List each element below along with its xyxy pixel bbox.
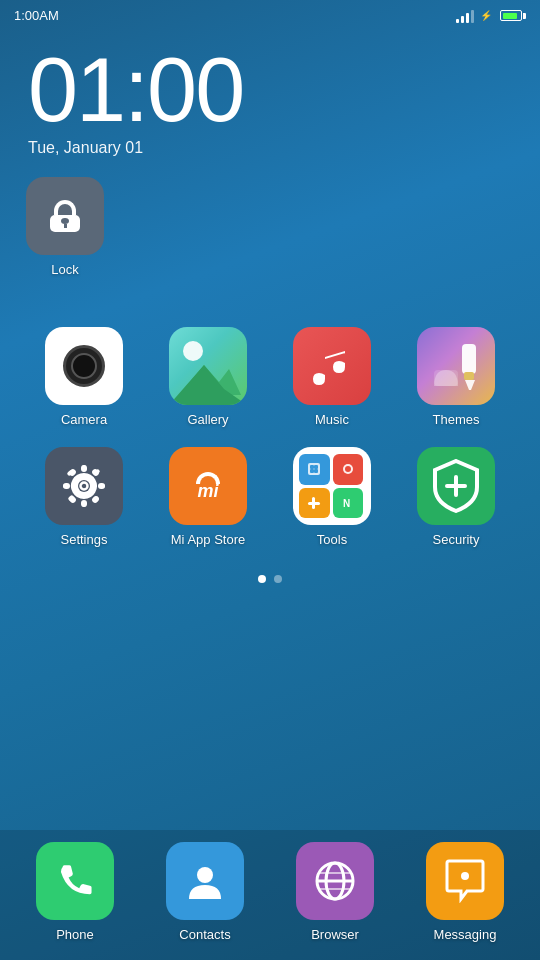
gallery-svg [169, 327, 247, 405]
app-icon-music [293, 327, 371, 405]
app-icon-gallery [169, 327, 247, 405]
svg-rect-24 [68, 495, 77, 504]
dock-icon-contacts [166, 842, 244, 920]
app-item-tools[interactable]: N Tools [270, 437, 394, 557]
svg-rect-30 [310, 465, 314, 469]
svg-rect-29 [308, 463, 320, 475]
app-label-tools: Tools [317, 532, 347, 547]
app-item-themes[interactable]: Themes [394, 317, 518, 437]
dock-label-browser: Browser [311, 927, 359, 942]
dock-item-messaging[interactable]: Messaging [400, 842, 530, 942]
app-icon-appstore: mi [169, 447, 247, 525]
app-item-gallery[interactable]: Gallery [146, 317, 270, 437]
dock-icon-phone [36, 842, 114, 920]
lock-shape [48, 200, 82, 232]
contacts-icon [185, 861, 225, 901]
dock-label-phone: Phone [56, 927, 94, 942]
signal-icon [456, 9, 474, 23]
browser-icon [313, 859, 357, 903]
app-item-security[interactable]: Security [394, 437, 518, 557]
svg-rect-20 [81, 500, 87, 507]
svg-point-35 [345, 466, 351, 472]
dock-label-contacts: Contacts [179, 927, 230, 942]
app-icon-themes [417, 327, 495, 405]
clock-area: 01:00 Tue, January 01 [0, 27, 540, 157]
app-icon-security [417, 447, 495, 525]
app-item-music[interactable]: Music [270, 317, 394, 437]
app-grid: Camera Gallery Music [0, 287, 540, 557]
svg-rect-33 [314, 469, 318, 473]
charging-icon: ⚡ [480, 10, 492, 21]
svg-rect-37 [312, 497, 315, 509]
messaging-icon [443, 859, 487, 903]
app-label-security: Security [433, 532, 480, 547]
app-item-camera[interactable]: Camera [22, 317, 146, 437]
svg-rect-26 [91, 495, 100, 504]
app-label-camera: Camera [61, 412, 107, 427]
music-note-icon [309, 343, 355, 389]
app-label-gallery: Gallery [187, 412, 228, 427]
svg-rect-23 [68, 468, 77, 477]
svg-rect-4 [464, 372, 474, 380]
app-label-appstore: Mi App Store [171, 532, 245, 547]
dock-item-phone[interactable]: Phone [10, 842, 140, 942]
dock-label-messaging: Messaging [434, 927, 497, 942]
app-item-appstore[interactable]: mi Mi App Store [146, 437, 270, 557]
svg-rect-19 [81, 465, 87, 472]
app-item-settings[interactable]: Settings [22, 437, 146, 557]
status-bar: 1:00AM ⚡ [0, 0, 540, 27]
svg-rect-21 [63, 483, 70, 489]
svg-rect-32 [310, 469, 314, 473]
dock-item-contacts[interactable]: Contacts [140, 842, 270, 942]
svg-rect-22 [98, 483, 105, 489]
status-time: 1:00AM [14, 8, 59, 23]
page-dot-2[interactable] [274, 575, 282, 583]
app-icon-tools: N [293, 447, 371, 525]
svg-point-47 [461, 872, 469, 880]
clock-time: 01:00 [28, 45, 512, 135]
mi-bag-icon: mi [183, 461, 233, 511]
status-right: ⚡ [456, 9, 526, 23]
app-icon-lock [26, 177, 104, 255]
gear-svg-icon [61, 463, 107, 509]
themes-brush-icon [432, 342, 480, 390]
security-shield-icon [431, 459, 481, 513]
dock: Phone Contacts Browser [0, 830, 540, 960]
svg-point-41 [197, 867, 213, 883]
dock-icon-messaging [426, 842, 504, 920]
battery-icon [500, 10, 526, 21]
page-indicator [0, 575, 540, 583]
phone-icon [55, 861, 95, 901]
svg-point-0 [183, 341, 203, 361]
svg-marker-5 [465, 380, 475, 390]
clock-date: Tue, January 01 [28, 139, 512, 157]
app-icon-camera [45, 327, 123, 405]
svg-rect-31 [314, 465, 318, 469]
svg-rect-3 [462, 344, 476, 374]
app-label-lock: Lock [51, 262, 78, 277]
camera-lens-icon [63, 345, 105, 387]
app-label-themes: Themes [433, 412, 480, 427]
app-label-settings: Settings [61, 532, 108, 547]
app-icon-settings [45, 447, 123, 525]
dock-icon-browser [296, 842, 374, 920]
app-item-lock[interactable]: Lock [22, 167, 108, 287]
dock-item-browser[interactable]: Browser [270, 842, 400, 942]
svg-text:N: N [343, 498, 350, 509]
svg-rect-25 [91, 468, 100, 477]
app-label-music: Music [315, 412, 349, 427]
page-dot-1[interactable] [258, 575, 266, 583]
